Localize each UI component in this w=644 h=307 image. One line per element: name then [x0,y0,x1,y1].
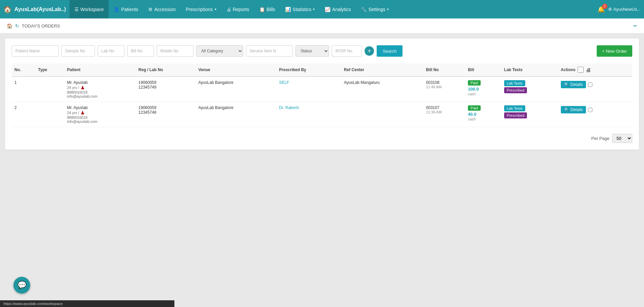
navbar: 🏠 AyusLab(AyusLab..) ☰ Workspace 👤 Patie… [0,0,644,18]
nav-item-reports[interactable]: 🖨 Reports [221,0,254,18]
lab-tests-button-1[interactable]: Lab Tests [504,105,525,111]
statistics-icon: 📊 [285,7,291,12]
nav-right: 🔔 2 ⚙ AyusNewUs... [597,6,641,13]
nav-item-accession[interactable]: ⚙ Accession [143,0,181,18]
cell-no-0: 1 [12,76,36,102]
statistics-dropdown-icon: ▾ [313,7,315,11]
cell-actions-0: 🔍 Details [558,77,632,92]
edit-icon[interactable]: ✏ [633,23,637,29]
settings-user-icon: ⚙ [608,7,612,12]
patient-name-input[interactable] [12,45,59,57]
bills-icon: 📋 [259,7,265,12]
details-button-0[interactable]: 🔍 Details [561,81,586,88]
pagination-row: Per Page 50 100 200 [12,134,632,143]
brand[interactable]: 🏠 AyusLab(AyusLab..) [3,5,66,13]
col-ref-center: Ref Center [341,63,423,76]
nav-item-workspace[interactable]: ☰ Workspace [69,0,109,18]
details-button-1[interactable]: 🔍 Details [561,106,586,113]
nav-label-patients: Patients [121,7,138,12]
nav-label-statistics: Statistics [292,7,311,12]
search-button[interactable]: Search [377,45,402,57]
col-bill-no: Bill No [423,63,465,76]
cell-bill-0: Paid 100.0 cash [465,76,501,102]
cell-prescribed-0: SELF [276,76,341,102]
patients-icon: 👤 [114,7,119,12]
breadcrumb: 🏠 ↻ TODAY'S ORDERS ✏ [0,18,644,34]
cell-patient-1: Mr. Ayuslab 24 yrs / ♟ 8880016018 info@a… [64,102,136,127]
status-select[interactable]: Status [296,45,329,57]
col-no: No. [12,63,36,76]
prescribed-button-1[interactable]: Prescribed [504,112,527,118]
print-icon[interactable]: 🖨 [586,67,591,73]
settings-dropdown-icon: ▾ [387,7,389,11]
bill-no-input[interactable] [127,45,154,57]
cell-venue-1: AyusLab Bangalore [196,102,276,127]
nav-label-settings: Settings [368,7,385,12]
nav-label-reports: Reports [233,7,249,12]
workspace-icon: ☰ [74,7,79,12]
nav-item-prescriptions[interactable]: Prescriptions ▾ [181,0,221,18]
col-patient: Patient [64,63,136,76]
prescribed-button-0[interactable]: Prescribed [504,87,527,93]
nav-label-prescriptions: Prescriptions [186,7,213,12]
nav-label-analytics: Analytics [332,7,351,12]
cell-reg-1: 19060059 12345748 [136,102,196,127]
main-content: All Category Status + Search + New Order… [0,34,644,155]
col-reg-lab: Reg / Lab No [136,63,196,76]
username: AyusNewUs... [613,7,641,12]
ip-op-input[interactable] [332,45,362,57]
cell-reg-0: 19060059 12345749 [136,76,196,102]
cell-billno-0: 003108 11:46 AM [423,76,465,102]
row-checkbox-0[interactable] [588,83,592,87]
nav-item-bills[interactable]: 📋 Bills [254,0,280,18]
nav-item-analytics[interactable]: 📈 Analytics [320,0,356,18]
add-filter-button[interactable]: + [365,46,374,56]
row-checkbox-1[interactable] [588,108,592,112]
cell-ref-1 [341,102,423,127]
cell-type-1 [36,102,64,127]
cell-ref-0: AyusLab Mangaluru [341,76,423,102]
nav-item-settings[interactable]: 🔧 Settings ▾ [356,0,394,18]
refresh-icon[interactable]: ↻ [15,23,19,29]
home-icon[interactable]: 🏠 [7,23,12,29]
brand-name: AyusLab(AyusLab..) [14,6,66,12]
analytics-icon: 📈 [325,7,330,12]
cell-venue-0: AyusLab Bangalore [196,76,276,102]
reports-icon: 🖨 [226,7,231,12]
col-bill: Bill [465,63,501,76]
accession-icon: ⚙ [148,7,153,12]
cell-type-0 [36,76,64,102]
nav-items: ☰ Workspace 👤 Patients ⚙ Accession Presc… [69,0,597,18]
col-type: Type [36,63,64,76]
details-icon-0: 🔍 [564,82,569,87]
select-all-checkbox[interactable] [578,67,584,73]
brand-icon: 🏠 [3,5,12,13]
nav-item-patients[interactable]: 👤 Patients [109,0,143,18]
new-order-button[interactable]: + New Order [597,45,632,57]
nav-label-workspace: Workspace [80,7,104,12]
prescriptions-dropdown-icon: ▾ [215,7,216,11]
user-menu[interactable]: ⚙ AyusNewUs... [608,7,641,12]
cell-actions-1: 🔍 Details [558,102,632,117]
per-page-label: Per Page [591,136,609,141]
lab-no-input[interactable] [98,45,124,57]
service-item-input[interactable] [246,45,293,57]
notifications-bell[interactable]: 🔔 2 [597,6,605,13]
cell-billno-1: 003107 11:36 AM [423,102,465,127]
cell-labtests-1: Lab Tests Prescribed [501,102,558,127]
per-page-select[interactable]: 50 100 200 [612,134,632,143]
table-row: 2 Mr. Ayuslab 24 yrs / ♟ 8880016018 info… [12,102,632,127]
nav-item-statistics[interactable]: 📊 Statistics ▾ [280,0,320,18]
breadcrumb-title: TODAY'S ORDERS [22,23,60,29]
sample-no-input[interactable] [61,45,95,57]
orders-table: No. Type Patient Reg / Lab No Venue Pres… [12,63,632,127]
mobile-no-input[interactable] [157,45,194,57]
col-actions: Actions 🖨 [558,63,632,76]
table-row: 1 Mr. Ayuslab 24 yrs / ♟ 8880016018 info… [12,76,632,102]
filter-row: All Category Status + Search + New Order [12,45,632,57]
category-select[interactable]: All Category [196,45,243,57]
cell-bill-1: Paid 40.0 cash [465,102,501,127]
notification-badge: 2 [602,4,607,9]
col-lab-tests: Lab Tests [501,63,558,76]
lab-tests-button-0[interactable]: Lab Tests [504,80,525,86]
